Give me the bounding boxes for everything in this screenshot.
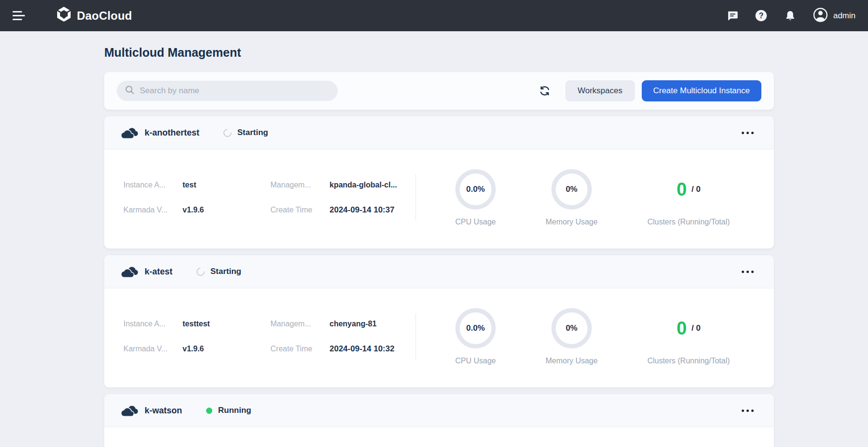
clusters-total-count: / 0 — [692, 323, 701, 333]
card-body: Instance A... test Managem... kpanda-glo… — [104, 149, 774, 248]
field-label-create-time: Create Time — [270, 206, 330, 214]
clusters-running-count: 0 — [676, 318, 686, 339]
clusters-label: Clusters (Running/Total) — [648, 357, 730, 365]
cpu-gauge: 0.0% — [455, 308, 496, 348]
instance-stats: 0.0% CPU Usage 0% Memory Usage 0 / 0 Clu… — [416, 308, 755, 365]
status-text: Running — [218, 406, 251, 415]
field-value-create-time: 2024-09-14 10:37 — [330, 205, 412, 215]
status-text: Starting — [237, 128, 268, 137]
card-header: k-watson Running — [104, 394, 774, 427]
field-label-management: Managem... — [270, 320, 330, 328]
instance-name[interactable]: k-anothertest — [145, 128, 199, 138]
memory-label: Memory Usage — [546, 357, 598, 365]
field-value-create-time: 2024-09-14 10:32 — [330, 344, 412, 354]
clusters-label: Clusters (Running/Total) — [648, 218, 730, 226]
bell-icon[interactable] — [783, 9, 797, 23]
clusters-running-count: 0 — [676, 179, 686, 200]
instance-card: k-anothertest Starting Instance A... tes… — [104, 116, 774, 248]
memory-gauge: 0% — [551, 169, 592, 210]
status-badge: Running — [206, 406, 251, 415]
field-label-management: Managem... — [270, 181, 330, 189]
field-label-instance-alias: Instance A... — [123, 181, 183, 189]
card-body: Instance A... watson Managem... kpanda-g… — [104, 427, 774, 447]
svg-text:?: ? — [759, 12, 764, 20]
clusters-total-count: / 0 — [692, 185, 701, 194]
running-dot-icon — [206, 408, 212, 414]
user-menu[interactable]: admin — [812, 7, 856, 25]
field-label-create-time: Create Time — [270, 345, 330, 353]
brand-name: DaoCloud — [77, 9, 132, 23]
help-icon[interactable]: ? — [755, 9, 768, 23]
status-badge: Starting — [223, 128, 268, 137]
create-multicloud-instance-button[interactable]: Create Multicloud Instance — [642, 80, 761, 101]
cpu-usage-stat: 0.0% CPU Usage — [455, 169, 496, 226]
cpu-value: 0.0% — [466, 323, 485, 333]
toolbar: Workspaces Create Multicloud Instance — [104, 72, 774, 110]
search-box[interactable] — [117, 81, 338, 101]
clusters-stat: 0 / 0 Clusters (Running/Total) — [648, 169, 730, 226]
memory-gauge: 0% — [551, 308, 592, 348]
more-actions-icon[interactable] — [738, 128, 758, 138]
main-content: Multicloud Management Workspaces Create … — [104, 31, 774, 447]
instance-fields: Instance A... test Managem... kpanda-glo… — [123, 181, 412, 215]
instance-stats: 0.0% CPU Usage 0% Memory Usage 0 / 0 Clu… — [416, 169, 755, 226]
cpu-value: 0.0% — [466, 185, 485, 194]
more-actions-icon[interactable] — [738, 406, 758, 416]
menu-icon[interactable] — [12, 10, 27, 22]
search-icon — [124, 85, 135, 97]
field-value-karmada-version: v1.9.6 — [183, 206, 270, 214]
memory-label: Memory Usage — [546, 218, 598, 226]
refresh-icon[interactable] — [537, 83, 553, 99]
memory-usage-stat: 0% Memory Usage — [546, 308, 598, 365]
card-header: k-anothertest Starting — [104, 116, 774, 149]
field-label-karmada-version: Karmada V... — [123, 345, 183, 353]
cpu-label: CPU Usage — [455, 357, 496, 365]
status-badge: Starting — [196, 267, 241, 276]
card-header: k-atest Starting — [104, 255, 774, 288]
cpu-gauge: 0.0% — [455, 169, 496, 210]
instance-card: k-watson Running Instance A... watson Ma… — [104, 394, 774, 447]
card-body: Instance A... testtest Managem... chenya… — [104, 288, 774, 387]
memory-value: 0% — [566, 185, 578, 194]
cloud-icon — [121, 404, 138, 417]
memory-value: 0% — [566, 323, 578, 333]
user-name: admin — [833, 11, 856, 21]
cpu-usage-stat: 0.0% CPU Usage — [455, 308, 496, 365]
field-label-instance-alias: Instance A... — [123, 320, 183, 328]
top-bar: DaoCloud ? — [0, 0, 868, 31]
chat-icon[interactable] — [726, 9, 739, 23]
instance-name[interactable]: k-watson — [145, 406, 182, 416]
search-input[interactable] — [140, 86, 330, 96]
workspaces-button[interactable]: Workspaces — [565, 80, 635, 101]
status-text: Starting — [210, 267, 241, 276]
field-value-instance-alias: test — [183, 181, 270, 189]
instance-fields: Instance A... testtest Managem... chenya… — [123, 320, 412, 354]
starting-spinner-icon — [195, 266, 207, 277]
clusters-stat: 0 / 0 Clusters (Running/Total) — [648, 308, 730, 365]
cloud-icon — [121, 126, 138, 139]
page-title: Multicloud Management — [104, 46, 774, 60]
instance-name[interactable]: k-atest — [145, 267, 172, 277]
field-value-management: kpanda-global-cl... — [330, 181, 412, 189]
memory-usage-stat: 0% Memory Usage — [546, 169, 598, 226]
field-label-karmada-version: Karmada V... — [123, 206, 183, 214]
daocloud-logo-icon — [56, 6, 72, 25]
instance-card: k-atest Starting Instance A... testtest … — [104, 255, 774, 387]
field-value-instance-alias: testtest — [183, 320, 270, 328]
starting-spinner-icon — [222, 127, 233, 138]
brand[interactable]: DaoCloud — [56, 6, 132, 25]
cpu-label: CPU Usage — [455, 218, 496, 226]
field-value-management: chenyang-81 — [330, 320, 412, 328]
field-value-karmada-version: v1.9.6 — [183, 345, 270, 353]
cloud-icon — [121, 265, 138, 278]
more-actions-icon[interactable] — [738, 267, 758, 277]
avatar-icon — [812, 7, 829, 25]
